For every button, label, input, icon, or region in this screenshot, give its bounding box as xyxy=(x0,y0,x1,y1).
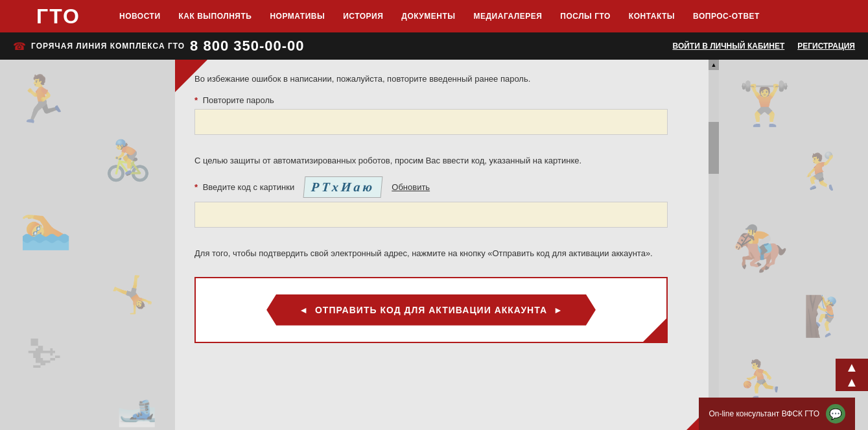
nav-item-contacts[interactable]: КОНТАКТЫ xyxy=(620,12,684,21)
consultant-label: On-line консультант ВФСК ГТО xyxy=(709,409,819,418)
online-consultant-widget[interactable]: On-line консультант ВФСК ГТО 💬 xyxy=(699,398,855,430)
hotline-label: ГОРЯЧАЯ ЛИНИЯ КОМПЛЕКСА ГТО xyxy=(31,42,185,51)
silhouette-6: 🎿 xyxy=(117,390,157,428)
repeat-password-section: Во избежание ошибок в написании, пожалуй… xyxy=(194,73,699,135)
silhouette-4: 🤸 xyxy=(110,274,155,316)
silhouette-3: 🏊 xyxy=(19,202,72,252)
required-marker-2: * xyxy=(194,182,198,192)
submit-button[interactable]: ОТПРАВИТЬ КОД ДЛЯ АКТИВАЦИИ АККАУНТА xyxy=(266,294,596,326)
silhouette-r2: 🤾 xyxy=(797,150,841,193)
captcha-refresh-link[interactable]: Обновить xyxy=(392,182,430,192)
login-link[interactable]: ВОЙТИ В ЛИЧНЫЙ КАБИНЕТ xyxy=(673,42,785,51)
hotline-info: ☎ ГОРЯЧАЯ ЛИНИЯ КОМПЛЕКСА ГТО 8 800 350-… xyxy=(13,38,660,54)
hotline-bar: ☎ ГОРЯЧАЯ ЛИНИЯ КОМПЛЕКСА ГТО 8 800 350-… xyxy=(0,32,868,60)
required-marker-1: * xyxy=(194,95,198,105)
captcha-info: С целью защиты от автоматизированных роб… xyxy=(194,154,699,167)
nav-item-news[interactable]: НОВОСТИ xyxy=(110,12,170,21)
consultant-icon: 💬 xyxy=(829,408,842,420)
page-wrapper: 🏃 🚴 🏊 🤸 ⛷ 🎿 Во избежание ошибок в написа… xyxy=(0,60,868,430)
activation-text: Для того, чтобы подтвердить свой электро… xyxy=(194,247,699,261)
bg-right: 🏋 🤾 🏇 🧗 ⛹ ▲▲ xyxy=(719,60,868,430)
scroll-up-button[interactable]: ▲▲ xyxy=(836,359,868,391)
silhouette-5: ⛷ xyxy=(26,332,65,377)
nav-item-ambassadors[interactable]: ПОСЛЫ ГТО xyxy=(551,12,620,21)
silhouette-r4: 🧗 xyxy=(803,293,852,339)
captcha-row: * Введите код с картинки РТхИаю Обновить xyxy=(194,176,699,198)
repeat-password-label: * Повторите пароль xyxy=(194,95,699,105)
submit-area: ОТПРАВИТЬ КОД ДЛЯ АКТИВАЦИИ АККАУНТА xyxy=(194,277,668,343)
logo[interactable]: ГТО xyxy=(6,0,110,32)
nav-item-faq[interactable]: ВОПРОС-ОТВЕТ xyxy=(684,12,769,21)
red-triangle-left xyxy=(175,60,207,92)
repeat-password-input[interactable] xyxy=(194,109,668,135)
nav-item-norms[interactable]: НОРМАТИВЫ xyxy=(261,12,334,21)
top-navigation: ГТО НОВОСТИ КАК ВЫПОЛНЯТЬ НОРМАТИВЫ ИСТО… xyxy=(0,0,868,32)
captcha-section: С целью защиты от автоматизированных роб… xyxy=(194,154,699,228)
scrollbar-track: ▲ ▼ xyxy=(709,60,719,430)
repeat-password-info: Во избежание ошибок в написании, пожалуй… xyxy=(194,73,699,86)
nav-item-media[interactable]: МЕДИАГАЛЕРЕЯ xyxy=(465,12,552,21)
consultant-bubble: 💬 xyxy=(826,404,845,424)
bg-left: 🏃 🚴 🏊 🤸 ⛷ 🎿 xyxy=(0,60,175,430)
hotline-links: ВОЙТИ В ЛИЧНЫЙ КАБИНЕТ РЕГИСТРАЦИЯ xyxy=(673,42,855,51)
nav-item-how[interactable]: КАК ВЫПОЛНЯТЬ xyxy=(170,12,261,21)
nav-item-history[interactable]: ИСТОРИЯ xyxy=(334,12,392,21)
captcha-label: * Введите код с картинки xyxy=(194,182,294,192)
nav-item-docs[interactable]: ДОКУМЕНТЫ xyxy=(392,12,464,21)
phone-icon: ☎ xyxy=(13,40,26,53)
hotline-number: 8 800 350-00-00 xyxy=(190,38,304,54)
silhouette-r5: ⛹ xyxy=(738,358,783,400)
captcha-image: РТхИаю xyxy=(303,176,383,198)
scrollbar-thumb[interactable] xyxy=(709,122,719,174)
silhouette-1: 🏃 xyxy=(13,73,69,126)
nav-items: НОВОСТИ КАК ВЫПОЛНЯТЬ НОРМАТИВЫ ИСТОРИЯ … xyxy=(110,12,862,21)
captcha-input[interactable] xyxy=(194,202,668,228)
main-content: Во избежание ошибок в написании, пожалуй… xyxy=(175,60,719,430)
silhouette-2: 🚴 xyxy=(104,137,152,184)
logo-text: ГТО xyxy=(36,5,80,29)
register-link[interactable]: РЕГИСТРАЦИЯ xyxy=(797,42,855,51)
silhouette-r3: 🏇 xyxy=(732,222,788,275)
scrollbar-up-arrow[interactable]: ▲ xyxy=(709,60,719,70)
silhouette-r1: 🏋 xyxy=(738,79,791,128)
scroll-up-icon: ▲▲ xyxy=(845,360,858,390)
